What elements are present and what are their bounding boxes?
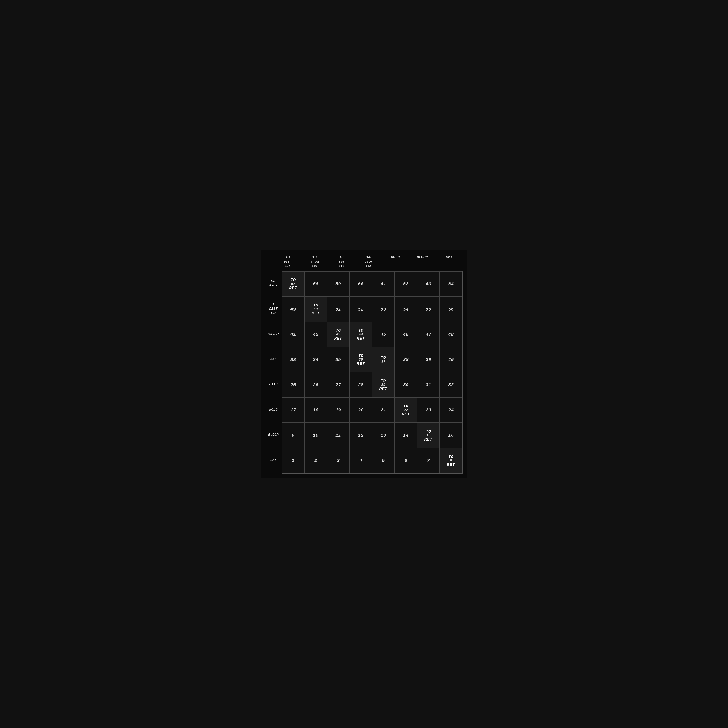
- to-text-22: TO: [403, 404, 408, 408]
- top-header: 13DIST10713Tensor1101385611114Otto112HOL…: [265, 254, 463, 269]
- cell-34: 34: [305, 347, 327, 372]
- cell-num-42: 42: [313, 332, 319, 337]
- ret-text-44: RET: [357, 336, 365, 341]
- cell-num-34: 34: [313, 357, 319, 362]
- grid-area: INPPick1DIST105Tensor856OTTOHOLOBLOOPCMX…: [265, 271, 463, 474]
- cell-num-7: 7: [427, 458, 430, 463]
- ret-text-43: RET: [334, 336, 342, 341]
- cell-63: 63: [417, 271, 440, 297]
- cell-num-53: 53: [381, 307, 386, 312]
- cell-5: 5: [372, 448, 395, 473]
- cell-38: 38: [395, 347, 417, 372]
- cell-num-50: 50: [314, 307, 318, 311]
- main-container: 13DIST10713Tensor1101385611114Otto112HOL…: [261, 250, 467, 479]
- cell-1: 1: [282, 448, 305, 473]
- cell-num-61: 61: [381, 281, 386, 287]
- cell-num-62: 62: [403, 281, 409, 287]
- cell-num-4: 4: [359, 458, 362, 463]
- ret-text-8: RET: [447, 463, 455, 467]
- cell-num-56: 56: [448, 307, 454, 312]
- cell-num-5: 5: [382, 458, 385, 463]
- cell-num-32: 32: [448, 382, 454, 388]
- cell-21: 21: [372, 398, 395, 423]
- cell-num-35: 35: [336, 357, 341, 362]
- cell-39: 39: [417, 347, 440, 372]
- cell-num-21: 21: [381, 408, 386, 413]
- row-label-7: CMX: [265, 448, 282, 473]
- cell-num-13: 13: [381, 433, 386, 438]
- cell-19: 19: [327, 398, 349, 423]
- cell-num-18: 18: [313, 408, 319, 413]
- grid-row-5: 1718192021 TO 22 RET 2324: [282, 398, 462, 423]
- cell-num-17: 17: [290, 408, 296, 413]
- cell-11: 11: [327, 423, 349, 448]
- cell-41: 41: [282, 322, 305, 347]
- cell-num-39: 39: [426, 357, 431, 362]
- cell-num-58: 58: [313, 281, 319, 287]
- ret-text-50: RET: [311, 311, 320, 315]
- to-text-44: TO: [359, 329, 363, 333]
- cell-num-25: 25: [290, 382, 296, 388]
- cell-num-12: 12: [358, 433, 363, 438]
- cell-26: 26: [305, 372, 327, 398]
- grid-row-7: 1234567 TO 8 RET: [282, 448, 462, 473]
- cell-6: 6: [395, 448, 417, 473]
- cell-num-40: 40: [448, 357, 454, 362]
- cell-14: 14: [395, 423, 417, 448]
- cell-num-8: 8: [450, 459, 452, 463]
- cell-num-48: 48: [448, 332, 454, 337]
- cell-num-22: 22: [404, 408, 408, 412]
- row-label-3: 856: [265, 347, 282, 372]
- cell-35: 35: [327, 347, 349, 372]
- grid-row-4: 25262728 TO 29 RET 303132: [282, 372, 462, 398]
- cell-num-52: 52: [358, 307, 363, 312]
- cell-num-45: 45: [381, 332, 386, 337]
- cell-32: 32: [440, 372, 462, 398]
- cell-num-63: 63: [426, 281, 431, 287]
- cell-48: 48: [440, 322, 462, 347]
- row-label-5: HOLO: [265, 397, 282, 422]
- col-headers: 13DIST10713Tensor1101385611114Otto112HOL…: [274, 254, 463, 269]
- cell-num-15: 15: [426, 433, 431, 437]
- cell-num-9: 9: [292, 433, 294, 438]
- cell-13: 13: [372, 423, 395, 448]
- ret-text-36: RET: [357, 362, 365, 366]
- cell-num-64: 64: [448, 281, 454, 287]
- grid: TO 57 RET 5859606162636449 TO 50 RET 515…: [282, 271, 463, 474]
- cell-num-2: 2: [314, 458, 317, 463]
- cell-47: 47: [417, 322, 440, 347]
- col-header-otto: 14Otto112: [355, 254, 382, 269]
- cell-7: 7: [417, 448, 440, 473]
- cell-50: TO 50 RET: [305, 297, 327, 322]
- cell-52: 52: [349, 297, 372, 322]
- to-text-8: TO: [449, 454, 454, 459]
- cell-49: 49: [282, 297, 305, 322]
- cell-62: 62: [395, 271, 417, 297]
- ret-text-57: RET: [289, 286, 297, 290]
- cell-43: TO 43 RET: [327, 322, 349, 347]
- cell-15: TO 15 RET: [417, 423, 440, 448]
- cell-45: 45: [372, 322, 395, 347]
- cell-28: 28: [349, 372, 372, 398]
- cell-num-29: 29: [381, 383, 385, 387]
- ret-text-22: RET: [402, 412, 410, 416]
- cell-num-38: 38: [403, 357, 409, 362]
- cell-num-3: 3: [337, 458, 340, 463]
- cell-num-54: 54: [403, 307, 409, 312]
- cell-31: 31: [417, 372, 440, 398]
- cell-37: TO 37: [372, 347, 395, 372]
- cell-num-10: 10: [313, 433, 319, 438]
- cell-25: 25: [282, 372, 305, 398]
- row-label-2: Tensor: [265, 321, 282, 347]
- cell-22: TO 22 RET: [395, 398, 417, 423]
- cell-59: 59: [327, 271, 349, 297]
- grid-row-1: 49 TO 50 RET 515253545556: [282, 297, 462, 322]
- col-header-bloop: BLOOP: [409, 254, 436, 269]
- cell-num-11: 11: [336, 433, 341, 438]
- to-text-50: TO: [313, 303, 318, 307]
- cell-40: 40: [440, 347, 462, 372]
- cell-num-43: 43: [336, 333, 340, 336]
- cell-num-28: 28: [358, 382, 363, 388]
- cell-num-59: 59: [336, 281, 341, 287]
- cell-10: 10: [305, 423, 327, 448]
